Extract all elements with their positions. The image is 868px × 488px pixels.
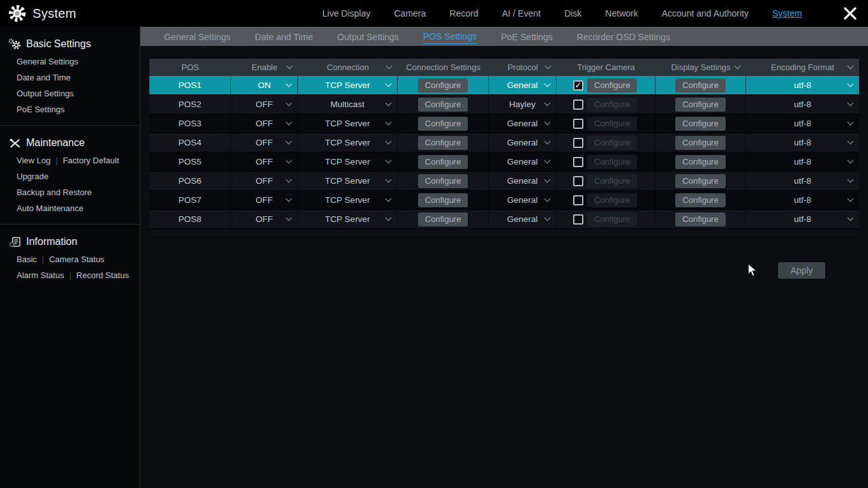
connection-select[interactable]: TCP Server xyxy=(298,210,398,228)
connection-select[interactable]: TCP Server xyxy=(298,152,398,171)
tab-recorder-osd-settings[interactable]: Recorder OSD Settings xyxy=(577,29,670,44)
connection-select[interactable]: TCP Server xyxy=(298,172,398,190)
configure-connection-button[interactable]: Configure xyxy=(418,212,468,226)
encoding-format-select[interactable]: utf-8 xyxy=(746,95,859,114)
enable-select[interactable]: ON xyxy=(231,76,298,94)
table-row-pos7[interactable]: POS7OFFTCP ServerConfigureGeneralConfigu… xyxy=(149,191,859,210)
sidebar-item-view-log[interactable]: View Log xyxy=(17,156,50,165)
enable-select[interactable]: OFF xyxy=(231,191,298,209)
configure-connection-button[interactable]: Configure xyxy=(418,193,468,207)
col-header-encoding-format[interactable]: Encoding Format xyxy=(746,59,859,76)
configure-connection-button[interactable]: Configure xyxy=(418,78,468,92)
configure-display-button[interactable]: Configure xyxy=(675,78,725,92)
nav-item-live-display[interactable]: Live Display xyxy=(322,8,370,18)
col-header-connection[interactable]: Connection xyxy=(298,59,398,76)
chevron-down-icon[interactable] xyxy=(848,63,854,69)
chevron-down-icon[interactable] xyxy=(545,63,551,69)
trigger-camera-checkbox[interactable] xyxy=(573,214,583,225)
sidebar-section-header-maintenance[interactable]: Maintenance xyxy=(0,132,140,152)
apply-button[interactable]: Apply xyxy=(778,262,825,279)
protocol-select[interactable]: General xyxy=(489,210,557,228)
encoding-format-select[interactable]: utf-8 xyxy=(746,114,859,133)
sidebar-item-date-and-time[interactable]: Date and Time xyxy=(17,73,71,82)
table-row-pos4[interactable]: POS4OFFTCP ServerConfigureGeneralConfigu… xyxy=(149,133,859,152)
configure-connection-button[interactable]: Configure xyxy=(418,117,468,131)
nav-item-account-and-authority[interactable]: Account and Authority xyxy=(662,8,749,18)
enable-select[interactable]: OFF xyxy=(231,172,298,190)
configure-display-button[interactable]: Configure xyxy=(675,193,725,207)
sidebar-section-header-information[interactable]: Information xyxy=(0,231,140,251)
col-header-protocol[interactable]: Protocol xyxy=(489,59,557,76)
table-row-pos6[interactable]: POS6OFFTCP ServerConfigureGeneralConfigu… xyxy=(149,172,859,191)
table-row-pos2[interactable]: POS2OFFMulticastConfigureHayleyConfigure… xyxy=(149,95,859,114)
connection-select[interactable]: TCP Server xyxy=(298,191,398,209)
enable-select[interactable]: OFF xyxy=(231,152,298,171)
configure-connection-button[interactable]: Configure xyxy=(418,98,468,112)
sidebar-item-general-settings[interactable]: General Settings xyxy=(17,57,79,66)
nav-item-camera[interactable]: Camera xyxy=(394,8,426,18)
enable-select[interactable]: OFF xyxy=(231,95,298,114)
connection-select[interactable]: TCP Server xyxy=(298,76,398,94)
sidebar-item-upgrade[interactable]: Upgrade xyxy=(17,172,49,181)
configure-connection-button[interactable]: Configure xyxy=(418,136,468,150)
enable-select[interactable]: OFF xyxy=(231,210,298,228)
enable-select[interactable]: OFF xyxy=(231,133,298,152)
nav-item-disk[interactable]: Disk xyxy=(564,8,581,18)
chevron-down-icon[interactable] xyxy=(735,63,741,69)
tab-poe-settings[interactable]: PoE Settings xyxy=(501,29,553,44)
configure-display-button[interactable]: Configure xyxy=(675,155,725,169)
protocol-select[interactable]: General xyxy=(489,76,557,94)
close-icon[interactable] xyxy=(842,6,858,21)
table-row-pos3[interactable]: POS3OFFTCP ServerConfigureGeneralConfigu… xyxy=(149,114,859,133)
configure-display-button[interactable]: Configure xyxy=(675,212,725,226)
configure-display-button[interactable]: Configure xyxy=(675,136,725,150)
trigger-camera-checkbox[interactable] xyxy=(573,100,583,110)
table-row-pos5[interactable]: POS5OFFTCP ServerConfigureGeneralConfigu… xyxy=(149,152,859,172)
trigger-camera-checkbox[interactable] xyxy=(573,157,583,167)
tab-pos-settings[interactable]: POS Settings xyxy=(423,29,477,44)
sidebar-item-backup-and-restore[interactable]: Backup and Restore xyxy=(17,188,92,197)
configure-connection-button[interactable]: Configure xyxy=(418,174,468,188)
sidebar-item-poe-settings[interactable]: PoE Settings xyxy=(17,105,64,114)
encoding-format-select[interactable]: utf-8 xyxy=(746,133,859,152)
protocol-select[interactable]: General xyxy=(489,191,557,209)
sidebar-item-alarm-status[interactable]: Alarm Status xyxy=(17,270,64,280)
col-header-enable[interactable]: Enable xyxy=(231,59,298,76)
connection-select[interactable]: TCP Server xyxy=(298,114,398,133)
sidebar-item-factory-default[interactable]: Factory Default xyxy=(63,156,119,165)
configure-display-button[interactable]: Configure xyxy=(675,117,725,131)
trigger-camera-checkbox[interactable] xyxy=(573,119,583,129)
encoding-format-select[interactable]: utf-8 xyxy=(746,172,859,190)
configure-trigger-button[interactable]: Configure xyxy=(587,78,637,92)
protocol-select[interactable]: General xyxy=(489,133,557,152)
tab-general-settings[interactable]: General Settings xyxy=(164,29,230,44)
chevron-down-icon[interactable] xyxy=(386,63,393,69)
sidebar-item-auto-maintenance[interactable]: Auto Maintenance xyxy=(17,203,84,213)
protocol-select[interactable]: General xyxy=(489,152,557,171)
nav-item-system[interactable]: System xyxy=(772,8,802,18)
table-row-pos1[interactable]: POS1ONTCP ServerConfigureGeneral✓Configu… xyxy=(149,76,859,95)
tab-date-and-time[interactable]: Date and Time xyxy=(255,29,313,44)
trigger-camera-checkbox[interactable] xyxy=(573,138,583,148)
tab-output-settings[interactable]: Output Settings xyxy=(337,29,399,44)
protocol-select[interactable]: General xyxy=(489,114,557,133)
sidebar-section-header-basic-settings[interactable]: Basic Settings xyxy=(0,33,140,54)
encoding-format-select[interactable]: utf-8 xyxy=(746,152,859,171)
sidebar-item-camera-status[interactable]: Camera Status xyxy=(49,255,105,264)
sidebar-item-output-settings[interactable]: Output Settings xyxy=(17,89,74,98)
nav-item-record[interactable]: Record xyxy=(449,8,478,18)
col-header-display-settings[interactable]: Display Settings xyxy=(655,59,746,76)
configure-display-button[interactable]: Configure xyxy=(675,98,725,112)
encoding-format-select[interactable]: utf-8 xyxy=(746,210,859,228)
protocol-select[interactable]: Hayley xyxy=(489,95,557,114)
enable-select[interactable]: OFF xyxy=(231,114,298,133)
protocol-select[interactable]: General xyxy=(489,172,557,190)
nav-item-ai-event[interactable]: AI / Event xyxy=(502,8,541,18)
configure-connection-button[interactable]: Configure xyxy=(418,155,468,169)
trigger-camera-checkbox[interactable] xyxy=(573,195,583,205)
sidebar-item-basic[interactable]: Basic xyxy=(17,255,37,264)
trigger-camera-checkbox[interactable]: ✓ xyxy=(573,80,583,91)
table-row-pos8[interactable]: POS8OFFTCP ServerConfigureGeneralConfigu… xyxy=(149,210,859,229)
connection-select[interactable]: TCP Server xyxy=(298,133,398,152)
sidebar-item-record-status[interactable]: Record Status xyxy=(77,270,129,280)
